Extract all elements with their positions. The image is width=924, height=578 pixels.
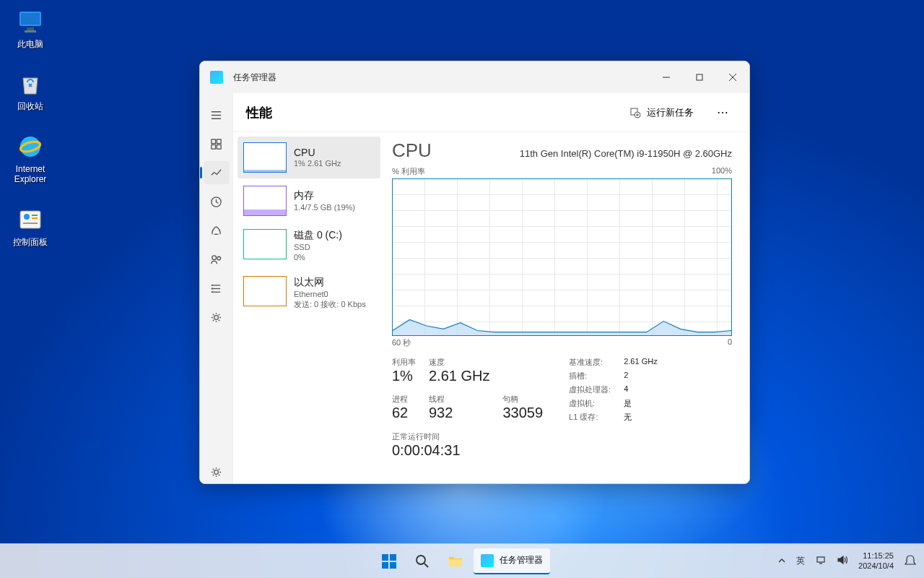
recycle-bin-icon — [16, 69, 45, 98]
svg-point-42 — [417, 556, 425, 564]
svg-rect-21 — [217, 144, 221, 149]
network-icon[interactable] — [815, 554, 827, 569]
svg-rect-1 — [21, 13, 40, 25]
cpu-utilization-chart[interactable] — [392, 178, 732, 336]
svg-point-7 — [24, 214, 30, 220]
svg-rect-10 — [23, 223, 38, 224]
perf-item-disk[interactable]: 磁盘 0 (C:) SSD 0% — [237, 223, 380, 269]
desktop-icon-internet-explorer[interactable]: Internet Explorer — [4, 132, 56, 185]
window-controls — [650, 61, 749, 93]
file-explorer-button[interactable] — [440, 546, 471, 577]
svg-rect-12 — [697, 74, 702, 80]
nav-services[interactable] — [204, 306, 230, 329]
detail-panel: CPU 11th Gen Intel(R) Core(TM) i9-11950H… — [385, 132, 749, 483]
svg-rect-9 — [32, 217, 38, 219]
svg-rect-20 — [212, 144, 216, 149]
nav-startup[interactable] — [204, 219, 230, 242]
perf-item-memory[interactable]: 内存 1.4/7.5 GB (19%) — [237, 180, 380, 222]
ime-indicator[interactable]: 英 — [796, 555, 805, 567]
svg-rect-18 — [212, 139, 216, 143]
window-title: 任务管理器 — [233, 72, 650, 84]
taskbar-app-task-manager[interactable]: 任务管理器 — [474, 548, 550, 574]
chart-xmax: 60 秒 — [392, 337, 411, 348]
desktop-icon-label: Internet Explorer — [14, 164, 47, 185]
svg-marker-47 — [838, 556, 843, 564]
clock[interactable]: 11:15:25 2024/10/4 — [858, 551, 894, 570]
svg-line-43 — [424, 564, 428, 567]
taskbar: 任务管理器 英 11:15:25 2024/10/4 — [0, 543, 924, 578]
desktop-icon-label: 此电脑 — [17, 39, 43, 49]
svg-point-24 — [212, 255, 217, 259]
uptime-value: 0:00:04:31 — [392, 442, 732, 459]
chart-ymax: 100% — [712, 166, 732, 177]
chart-xmin: 0 — [728, 337, 732, 348]
stats-right: 基准速度:2.61 GHz 插槽:2 虚拟处理器:4 虚拟机:是 L1 缓存:无 — [569, 357, 658, 423]
svg-rect-39 — [390, 554, 396, 561]
svg-point-32 — [214, 315, 219, 319]
notifications-button[interactable] — [904, 554, 918, 569]
run-new-task-button[interactable]: 运行新任务 — [622, 102, 701, 124]
svg-rect-40 — [382, 562, 388, 569]
svg-point-31 — [212, 291, 212, 292]
cpu-model: 11th Gen Intel(R) Core(TM) i9-11950H @ 2… — [520, 148, 732, 159]
memory-thumbnail — [243, 186, 287, 216]
svg-rect-3 — [25, 30, 36, 33]
nav-processes[interactable] — [204, 132, 230, 155]
desktop-icons: 此电脑 回收站 Internet Explorer 控制面板 — [4, 7, 56, 247]
nav-settings[interactable] — [204, 460, 230, 483]
svg-rect-8 — [32, 215, 38, 216]
detail-title: CPU — [392, 139, 432, 162]
nav-details[interactable] — [204, 277, 230, 300]
close-button[interactable] — [716, 61, 749, 93]
task-manager-window: 任务管理器 性能 运行新任务 — [199, 61, 750, 484]
more-button[interactable]: ⋯ — [710, 101, 736, 124]
svg-point-25 — [217, 256, 221, 260]
svg-point-33 — [214, 470, 219, 474]
minimize-button[interactable] — [650, 61, 683, 93]
svg-rect-19 — [217, 139, 221, 143]
chart-ylabel: % 利用率 — [392, 166, 425, 177]
nav-rail — [200, 93, 233, 483]
app-icon — [210, 71, 223, 84]
ethernet-thumbnail — [243, 276, 287, 306]
desktop-icon-recycle-bin[interactable]: 回收站 — [4, 69, 56, 111]
cpu-thumbnail — [243, 142, 287, 173]
svg-point-29 — [212, 285, 212, 285]
disk-thumbnail — [243, 229, 287, 259]
perf-item-ethernet[interactable]: 以太网 Ethernet0 发送: 0 接收: 0 Kbps — [237, 270, 380, 316]
search-button[interactable] — [407, 546, 437, 577]
start-button[interactable] — [374, 546, 404, 577]
hamburger-button[interactable] — [204, 103, 230, 126]
desktop-icon-control-panel[interactable]: 控制面板 — [4, 205, 56, 247]
taskbar-center: 任务管理器 — [374, 546, 550, 577]
nav-app-history[interactable] — [204, 190, 230, 213]
task-manager-icon — [481, 554, 494, 567]
desktop-icon-this-pc[interactable]: 此电脑 — [4, 7, 56, 49]
svg-rect-44 — [449, 559, 462, 566]
volume-icon[interactable] — [837, 554, 848, 569]
desktop-icon-label: 回收站 — [17, 101, 43, 111]
maximize-button[interactable] — [683, 61, 716, 93]
content-header: 性能 运行新任务 ⋯ — [233, 93, 749, 132]
monitor-icon — [16, 7, 45, 36]
svg-rect-45 — [817, 557, 824, 562]
svg-point-4 — [20, 137, 40, 157]
page-title: 性能 — [246, 104, 622, 121]
tray-overflow-button[interactable] — [777, 555, 786, 568]
control-panel-icon — [16, 205, 45, 234]
svg-rect-41 — [390, 562, 396, 569]
performance-list: CPU 1% 2.61 GHz 内存 1.4/7.5 GB (19%) — [233, 132, 385, 483]
uptime-label: 正常运行时间 — [392, 431, 732, 442]
svg-rect-6 — [20, 211, 40, 228]
perf-item-cpu[interactable]: CPU 1% 2.61 GHz — [237, 137, 380, 178]
titlebar[interactable]: 任务管理器 — [200, 61, 749, 93]
system-tray: 英 11:15:25 2024/10/4 — [777, 551, 924, 570]
nav-users[interactable] — [204, 248, 230, 271]
run-task-icon — [629, 107, 641, 118]
svg-point-30 — [212, 288, 212, 289]
stats-left: 利用率1% 速度2.61 GHz 进程62 线程932 句柄33059 — [392, 357, 543, 423]
svg-rect-2 — [27, 27, 34, 30]
ie-icon — [16, 132, 45, 161]
nav-performance[interactable] — [204, 161, 230, 184]
svg-rect-38 — [382, 554, 388, 561]
